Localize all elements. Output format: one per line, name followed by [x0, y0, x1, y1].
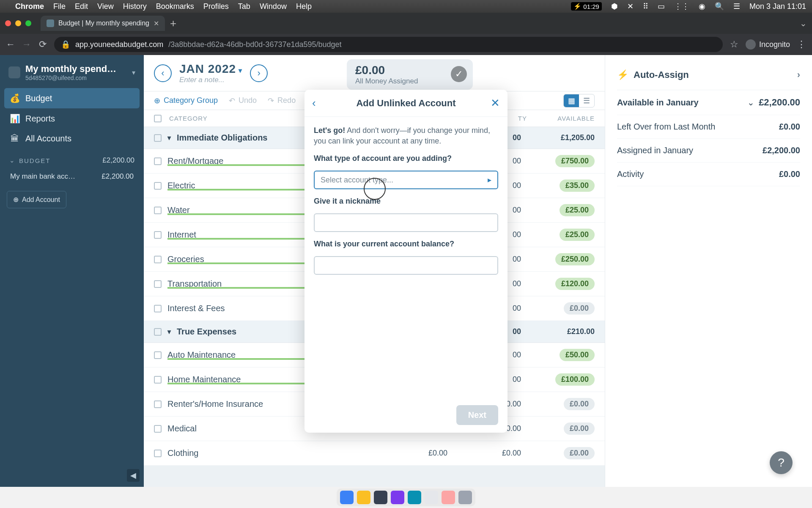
add-category-group-button[interactable]: ⊕Category Group [154, 96, 218, 105]
group-checkbox[interactable] [154, 328, 162, 336]
close-window-icon[interactable] [5, 20, 11, 26]
dock-trash-icon[interactable] [458, 491, 472, 504]
available-label: Available in January [617, 98, 743, 108]
row-checkbox[interactable] [154, 207, 162, 214]
next-button[interactable]: Next [456, 405, 498, 425]
row-checkbox[interactable] [154, 305, 162, 312]
balance-input[interactable] [314, 256, 498, 275]
dock-finder-icon[interactable] [340, 491, 354, 504]
view-card-button[interactable]: ▦ [564, 94, 579, 107]
dock-app-icon[interactable] [425, 491, 438, 504]
lead-bold: Let's go! [314, 126, 345, 135]
menu-help[interactable]: Help [296, 2, 312, 11]
menu-view[interactable]: View [97, 2, 114, 11]
spotlight-icon[interactable]: 🔍 [715, 2, 724, 11]
sidebar-account[interactable]: My main bank acc… £2,200.00 [4, 168, 140, 185]
close-tab-icon[interactable]: ✕ [154, 19, 159, 28]
row-checkbox[interactable] [154, 376, 162, 384]
undo-button[interactable]: ↶Undo [229, 96, 257, 105]
row-checkbox[interactable] [154, 231, 162, 239]
account-name: My main bank acc… [10, 172, 75, 181]
sidebar-item-budget[interactable]: 💰 Budget [4, 88, 140, 108]
battery-indicator[interactable]: ⚡01:29 [571, 2, 602, 11]
modal-title: Add Unlinked Account [356, 98, 455, 109]
minimize-window-icon[interactable] [15, 20, 21, 26]
caret-down-icon[interactable] [239, 67, 242, 74]
month-note[interactable]: Enter a note... [179, 76, 242, 84]
add-account-button[interactable]: ⊕ Add Account [7, 191, 66, 208]
row-checkbox[interactable] [154, 280, 162, 288]
dock-app-icon[interactable] [442, 491, 455, 504]
account-type-select[interactable]: Select account type... [314, 171, 498, 189]
menu-bookmarks[interactable]: Bookmarks [156, 2, 194, 11]
sidebar-item-all-accounts[interactable]: 🏛 All Accounts [4, 129, 140, 149]
browser-tab[interactable]: Budget | My monthly spending ✕ [41, 16, 165, 31]
reload-button[interactable]: ⟳ [38, 39, 47, 50]
incognito-badge[interactable]: Incognito [746, 39, 790, 50]
status-icon[interactable]: ✕ [627, 2, 634, 11]
undo-icon: ↶ [229, 96, 235, 105]
modal-header: ‹ Add Unlinked Account ✕ [304, 90, 508, 117]
modal-back-button[interactable]: ‹ [312, 97, 316, 110]
url-host: app.youneedabudget.com [75, 40, 163, 49]
forward-button[interactable]: → [22, 39, 31, 50]
modal-close-button[interactable]: ✕ [491, 97, 500, 110]
status-icon-2[interactable]: ⠿ [643, 2, 648, 11]
dock-app-icon[interactable] [391, 491, 404, 504]
wifi-icon[interactable]: ⋮⋮ [674, 2, 689, 11]
menu-file[interactable]: File [53, 2, 66, 11]
menu-history[interactable]: History [123, 2, 147, 11]
control-center-icon[interactable]: ◉ [699, 2, 705, 11]
month-label[interactable]: JAN 2022 [179, 62, 236, 75]
menu-profiles[interactable]: Profiles [203, 2, 229, 11]
select-all-checkbox[interactable] [154, 115, 162, 122]
siri-icon[interactable]: ☰ [733, 2, 740, 11]
assigned-label: All Money Assigned [355, 77, 418, 86]
category-row[interactable]: Clothing£0.00£0.00£0.00 [144, 441, 605, 466]
row-checkbox[interactable] [154, 450, 162, 457]
address-bar[interactable]: 🔒 app.youneedabudget.com/3a8bbdae-d62a-4… [54, 37, 723, 52]
star-icon[interactable]: ☆ [730, 39, 739, 50]
maximize-window-icon[interactable] [25, 20, 31, 26]
help-button[interactable]: ? [770, 451, 793, 474]
sidebar-section-budget[interactable]: ⌄ BUDGET £2,200.00 [4, 149, 140, 168]
collapse-sidebar-button[interactable]: ◀ [127, 469, 140, 482]
sidebar-item-reports[interactable]: 📊 Reports [4, 108, 140, 129]
kebab-menu-icon[interactable]: ⋮ [797, 39, 806, 50]
back-button[interactable]: ← [6, 39, 15, 50]
nickname-input[interactable] [314, 213, 498, 232]
group-checkbox[interactable] [154, 134, 162, 142]
tool-label: Undo [239, 96, 257, 105]
new-tab-button[interactable]: + [170, 17, 176, 30]
row-checkbox[interactable] [154, 400, 162, 408]
battery-icon[interactable]: ▭ [658, 2, 665, 11]
incognito-icon [746, 39, 756, 50]
menu-tab[interactable]: Tab [238, 2, 250, 11]
view-list-button[interactable]: ☰ [579, 94, 594, 107]
budget-switcher[interactable]: My monthly spend… 5d485270@uifeed.com [4, 60, 140, 88]
row-checkbox[interactable] [154, 182, 162, 190]
prev-month-button[interactable]: ‹ [154, 64, 172, 82]
auto-assign-button[interactable]: ⚡ Auto-Assign › [617, 65, 800, 90]
available-pill: £25.00 [560, 204, 595, 216]
available-pill: £35.00 [560, 179, 595, 192]
amt: £2,200.00 [763, 146, 800, 155]
redo-button[interactable]: ↷Redo [268, 96, 296, 105]
dock-app-icon[interactable] [374, 491, 387, 504]
menu-edit[interactable]: Edit [75, 2, 88, 11]
row-checkbox[interactable] [154, 157, 162, 165]
menu-window[interactable]: Window [260, 2, 287, 11]
dock-chrome-icon[interactable] [357, 491, 370, 504]
menubar-app[interactable]: Chrome [15, 2, 44, 11]
available-in-month[interactable]: Available in January ⌄ £2,200.00 [617, 90, 800, 115]
next-month-button[interactable]: › [250, 64, 268, 82]
row-checkbox[interactable] [154, 425, 162, 433]
dropbox-icon[interactable]: ⬢ [611, 2, 618, 11]
dock-app-icon[interactable] [408, 491, 421, 504]
available-pill: £120.00 [555, 278, 595, 290]
to-be-assigned-card[interactable]: £0.00 All Money Assigned ✓ [347, 59, 473, 90]
tab-overflow-icon[interactable]: ⌄ [800, 18, 807, 28]
row-checkbox[interactable] [154, 351, 162, 359]
clock[interactable]: Mon 3 Jan 11:01 [749, 2, 806, 11]
row-checkbox[interactable] [154, 256, 162, 263]
